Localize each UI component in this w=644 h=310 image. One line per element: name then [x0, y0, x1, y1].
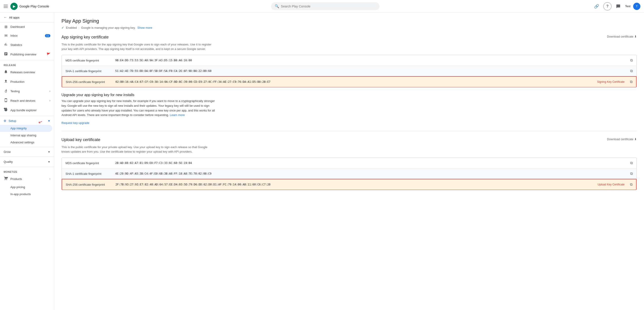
testing-expand-icon: › [50, 90, 50, 93]
request-key-upgrade-link[interactable]: Request key upgrade [62, 121, 90, 125]
upload-sha1-label: SHA-1 certificate fingerprint [66, 172, 115, 175]
upload-sha1-row: SHA-1 certificate fingerprint 4E:29:9D:4… [62, 168, 636, 179]
status-bar: ✓ Enabled | Google is managing your app … [62, 26, 637, 29]
help-icon[interactable]: ? [603, 2, 612, 11]
upload-sha1-value: 4E:29:9D:4F:A5:3B:C4:4F:E0:6B:3B:A8:FF:1… [115, 172, 628, 175]
sidebar-sub-item-internal-app-sharing[interactable]: Internal app sharing [0, 132, 54, 139]
section-divider [62, 131, 637, 131]
sidebar-item-label: Reach and devices [10, 99, 36, 102]
upload-md5-copy-icon[interactable]: ⧉ [630, 161, 633, 165]
brand-name: Google Play Console [20, 5, 49, 8]
upgrade-desc: You can upgrade your app signing key for… [62, 99, 220, 118]
all-apps-link[interactable]: ← All apps [0, 13, 54, 22]
sidebar-item-label: Testing [10, 90, 20, 93]
app-bundle-icon [4, 108, 8, 113]
sidebar-item-reach-and-devices[interactable]: Reach and devices › [0, 96, 54, 105]
signing-md5-value: 9B:E4:DD:73:53:5E:A8:9A:3F:A3:D5:15:B8:A… [115, 59, 628, 62]
sidebar-item-label: Inbox [10, 34, 18, 37]
dashboard-icon: ⊞ [4, 25, 8, 29]
sidebar-item-products[interactable]: Products ‹ [0, 174, 54, 184]
upload-sha256-row: SHA-256 certificate fingerprint 2F:7B:93… [62, 179, 636, 190]
upload-sha256-label: SHA-256 certificate fingerprint [66, 183, 116, 186]
hamburger-menu-button[interactable] [4, 5, 8, 8]
topbar-right: 🔗 ? Test T [592, 2, 640, 11]
sidebar-sub-item-app-integrity[interactable]: App integrity [0, 125, 52, 132]
feedback-icon[interactable] [614, 2, 622, 11]
sidebar-item-label: Releases overview [10, 71, 35, 74]
download-signing-cert-button[interactable]: Download certificate ⬇ [607, 35, 637, 38]
topbar: ▶ Google Play Console 🔍 🔗 ? Test T [0, 0, 644, 13]
search-input[interactable] [281, 5, 376, 8]
signing-md5-copy-icon[interactable]: ⧉ [630, 58, 633, 62]
sidebar-item-publishing-overview[interactable]: Publishing overview 🚩 [0, 50, 54, 59]
sidebar-item-app-bundle-explorer[interactable]: App bundle explorer [0, 105, 54, 115]
sidebar-item-label: App bundle explorer [10, 109, 36, 112]
signing-cert-table: MD5 certificate fingerprint 9B:E4:DD:73:… [62, 55, 637, 88]
sidebar-sub-item-advanced-settings[interactable]: Advanced settings [0, 139, 54, 146]
signing-md5-label: MD5 certificate fingerprint [66, 59, 115, 62]
status-enabled: Enabled [66, 26, 77, 29]
grow-label: Grow [4, 150, 10, 154]
signing-key-cert-tag: Signing Key Certificate [597, 80, 624, 83]
signing-md5-row: MD5 certificate fingerprint 9B:E4:DD:73:… [62, 55, 636, 66]
products-icon [4, 176, 8, 181]
sidebar-item-inbox[interactable]: ✉ Inbox 11 [0, 31, 54, 40]
user-avatar[interactable]: T [633, 3, 640, 10]
download-signing-label: Download certificate [607, 35, 634, 38]
signing-section-desc: This is the public certificate for the a… [62, 42, 215, 51]
brand-logo[interactable]: ▶ Google Play Console [10, 3, 49, 10]
sidebar-divider-4 [0, 157, 54, 157]
monetize-section-label: Monetize [0, 168, 54, 174]
products-expand-icon: ‹ [50, 177, 50, 180]
sidebar-item-dashboard[interactable]: ⊞ Dashboard [0, 22, 54, 31]
sidebar-divider-5 [0, 167, 54, 167]
statistics-icon [4, 42, 8, 47]
status-separator: | [78, 26, 79, 29]
signing-sha256-label: SHA-256 certificate fingerprint [66, 80, 116, 84]
search-box[interactable]: 🔍 [271, 2, 380, 10]
show-more-link[interactable]: Show more [137, 26, 152, 29]
signing-sha1-value: 51:A2:4E:7D:55:DD:DA:8F:5B:DF:5A:F0:CA:2… [115, 69, 628, 73]
back-arrow-icon: ← [4, 15, 7, 20]
learn-more-link[interactable]: Learn more [170, 113, 185, 117]
sidebar-sub-item-in-app-products[interactable]: In-app products [0, 191, 54, 198]
publishing-overview-icon [4, 52, 8, 57]
signing-sha1-row: SHA-1 certificate fingerprint 51:A2:4E:7… [62, 66, 636, 76]
sidebar-item-label: Statistics [10, 43, 22, 47]
upload-sha256-copy-icon[interactable]: ⧉ [630, 182, 632, 187]
search-icon: 🔍 [275, 4, 279, 8]
grow-collapse[interactable]: Grow ▼ [0, 148, 54, 156]
upgrade-desc-text: You can upgrade your app signing key for… [62, 99, 215, 117]
setup-expand-icon: ▼ [48, 119, 50, 123]
setup-label: Setup [8, 119, 16, 123]
upgrade-section: Upgrade your app signing key for new ins… [62, 93, 637, 125]
sidebar-item-testing[interactable]: Testing › [0, 86, 54, 96]
upload-md5-row: MD5 certificate fingerprint 2B:AD:88:02:… [62, 158, 636, 168]
topbar-username: Test [625, 5, 630, 8]
sidebar-item-releases-overview[interactable]: Releases overview [0, 67, 54, 77]
status-google-text: Google is managing your app signing key. [81, 26, 136, 29]
sidebar: ← All apps ⊞ Dashboard ✉ Inbox 11 Statis… [0, 13, 54, 310]
upgrade-title: Upgrade your app signing key for new ins… [62, 93, 637, 97]
sidebar-item-statistics[interactable]: Statistics [0, 40, 54, 50]
link-icon[interactable]: 🔗 [592, 2, 601, 11]
products-label: Products [10, 177, 22, 181]
app-signing-section: App signing key certificate Download cer… [62, 35, 637, 88]
quality-collapse[interactable]: Quality ▼ [0, 158, 54, 166]
upload-cert-table: MD5 certificate fingerprint 2B:AD:88:02:… [62, 157, 637, 190]
sidebar-sub-item-app-pricing[interactable]: App pricing [0, 184, 54, 191]
upload-key-cert-tag: Upload Key Certificate [598, 183, 624, 186]
signing-section-title: App signing key certificate [62, 35, 109, 40]
sidebar-item-production[interactable]: Production [0, 77, 54, 86]
download-upload-cert-button[interactable]: Download certificate ⬇ [607, 137, 637, 141]
all-apps-label: All apps [9, 16, 20, 19]
signing-sha1-copy-icon[interactable]: ⧉ [630, 69, 633, 73]
signing-sha256-copy-icon[interactable]: ⧉ [630, 80, 632, 84]
sidebar-item-setup[interactable]: ⚙ Setup ▼ [0, 117, 54, 125]
signing-sha256-row: SHA-256 certificate fingerprint 02:B0:16… [62, 76, 636, 88]
inbox-badge: 11 [45, 34, 50, 37]
upload-sha1-copy-icon[interactable]: ⧉ [630, 172, 633, 176]
upload-sha256-value: 2F:7B:93:27:93:E7:82:48:AD:64:57:EE:D4:0… [116, 183, 595, 186]
publishing-flag-icon: 🚩 [46, 53, 50, 56]
app-pricing-label: App pricing [10, 185, 25, 189]
